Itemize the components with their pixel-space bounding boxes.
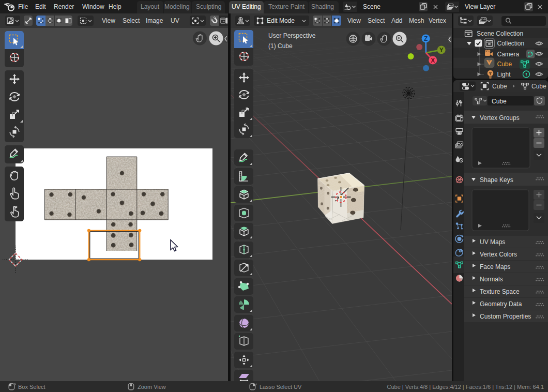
svg-text:Scene Collection: Scene Collection [477,30,523,37]
svg-text:X: X [431,57,435,64]
svg-text:Y: Y [439,47,444,54]
svg-text:Cube: Cube [531,83,546,90]
svg-text:Normals: Normals [480,276,503,283]
svg-text:Cube: Cube [492,98,507,105]
svg-text:Collection: Collection [497,40,525,47]
svg-text:Shape Keys: Shape Keys [480,176,513,184]
svg-text:Z: Z [424,35,428,42]
svg-text:User Perspective: User Perspective [268,32,316,39]
svg-text:Cube: Cube [497,61,512,68]
svg-text:Vertex Colors: Vertex Colors [480,251,517,258]
svg-text:Texture Space: Texture Space [480,288,520,295]
svg-text:Face Maps: Face Maps [480,263,510,270]
svg-text:UV Maps: UV Maps [480,238,505,246]
svg-text:Custom Properties: Custom Properties [480,313,531,320]
svg-text:(1) Cube: (1) Cube [268,42,293,50]
svg-text:Vertex Groups: Vertex Groups [480,114,520,122]
svg-text:Light: Light [497,71,511,78]
svg-text:Geometry Data: Geometry Data [480,300,522,308]
svg-text:Cube: Cube [492,83,507,90]
svg-text:Camera: Camera [497,51,520,58]
